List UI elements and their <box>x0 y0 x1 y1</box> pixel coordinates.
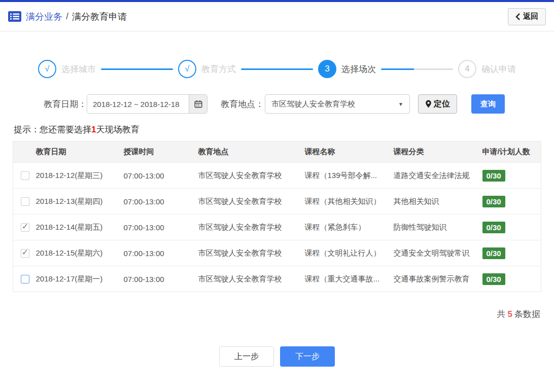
location-select[interactable]: 市区驾驶人安全教育学校 ▼ <box>265 94 410 114</box>
applicant-count-badge: 0/30 <box>482 196 505 207</box>
hint-prefix: 提示：您还需要选择 <box>14 125 91 134</box>
previous-step-button[interactable]: 上一步 <box>219 346 274 367</box>
step-label: 教育方式 <box>201 63 236 75</box>
locate-button[interactable]: 定位 <box>418 94 457 114</box>
step-connector <box>241 68 313 70</box>
page-header: 满分业务 / 满分教育申请 返回 <box>0 2 554 31</box>
course-category: 交通安全文明驾驶常识 <box>394 240 482 266</box>
breadcrumb-separator: / <box>66 11 68 22</box>
session-time: 07:00-13:00 <box>124 240 198 266</box>
date-range-group <box>87 94 207 114</box>
filter-bar: 教育日期： 教育地点： 市区驾驶人安全教育学校 ▼ 定位 查询 <box>44 94 554 114</box>
course-category: 道路交通安全法律法规 <box>394 163 482 189</box>
education-date-label: 教育日期： <box>44 98 87 110</box>
course-name: 课程（紧急刹车） <box>305 215 394 240</box>
applicant-count-cell: 0/30 <box>482 163 541 189</box>
session-row: 2018-12-12(星期三)07:00-13:00市区驾驶人安全教育学校课程（… <box>13 163 541 189</box>
location-select-value: 市区驾驶人安全教育学校 <box>271 99 398 109</box>
remaining-days-hint: 提示：您还需要选择1天现场教育 <box>14 124 554 135</box>
session-checkbox-cell <box>13 189 36 215</box>
locate-button-label: 定位 <box>434 99 450 110</box>
education-place-label: 教育地点： <box>221 98 264 110</box>
applicant-count-badge: 0/30 <box>482 170 505 182</box>
table-header-row: 教育日期授课时间教育地点课程名称课程分类申请/计划人数 <box>13 141 541 163</box>
table-body: 2018-12-12(星期三)07:00-13:00市区驾驶人安全教育学校课程（… <box>13 163 541 292</box>
chevron-left-icon <box>515 13 520 20</box>
applicant-count-cell: 0/30 <box>482 266 541 292</box>
session-checkbox-cell <box>13 266 36 292</box>
session-row: 2018-12-14(星期五)07:00-13:00市区驾驶人安全教育学校课程（… <box>13 215 541 240</box>
calendar-icon[interactable] <box>189 95 207 113</box>
applicant-count-cell: 0/30 <box>482 215 541 240</box>
session-checkbox[interactable] <box>21 171 29 180</box>
column-header: 课程名称 <box>305 141 394 163</box>
progress-stepper: √ 选择城市 √ 教育方式 3 选择场次 4 确认申请 <box>0 60 554 78</box>
step-select-city: √ 选择城市 <box>38 60 96 78</box>
step-select-session: 3 选择场次 <box>318 60 376 78</box>
applicant-count-badge: 0/30 <box>482 247 505 259</box>
course-name: 课程（文明礼让行人） <box>305 240 394 266</box>
column-header: 授课时间 <box>124 141 198 163</box>
step-check-icon: √ <box>178 60 196 78</box>
query-button[interactable]: 查询 <box>471 94 505 114</box>
checkbox-column-header <box>13 141 36 163</box>
applicant-count-cell: 0/30 <box>482 189 541 215</box>
course-category: 防御性驾驶知识 <box>394 215 482 240</box>
course-category: 交通事故案例警示教育 <box>394 266 482 292</box>
session-date: 2018-12-15(星期六) <box>36 240 124 266</box>
course-name: 课程（重大交通事故... <box>305 266 394 292</box>
session-time: 07:00-13:00 <box>124 215 198 240</box>
session-date: 2018-12-12(星期三) <box>36 163 124 189</box>
step-check-icon: √ <box>38 60 56 78</box>
location-pin-icon <box>425 100 432 108</box>
column-header: 申请/计划人数 <box>482 141 541 163</box>
hint-suffix: 天现场教育 <box>96 125 139 134</box>
session-checkbox[interactable] <box>21 197 29 206</box>
column-header: 课程分类 <box>394 141 482 163</box>
applicant-count-badge: 0/30 <box>482 222 505 233</box>
wizard-actions: 上一步 下一步 <box>0 346 554 367</box>
session-checkbox[interactable] <box>21 223 29 232</box>
session-place: 市区驾驶人安全教育学校 <box>198 240 305 266</box>
session-place: 市区驾驶人安全教育学校 <box>198 189 305 215</box>
step-connector <box>381 68 453 70</box>
back-button-label: 返回 <box>523 12 538 21</box>
session-checkbox-cell <box>13 215 36 240</box>
date-range-input[interactable] <box>87 95 189 113</box>
course-name: 课程（139号部令解... <box>305 163 394 189</box>
applicant-count-badge: 0/30 <box>482 273 505 285</box>
column-header: 教育日期 <box>36 141 124 163</box>
session-place: 市区驾驶人安全教育学校 <box>198 215 305 240</box>
session-date: 2018-12-17(星期一) <box>36 266 124 292</box>
column-header: 教育地点 <box>198 141 305 163</box>
course-name: 课程（其他相关知识） <box>305 189 394 215</box>
step-connector <box>101 68 173 70</box>
step-label: 选择场次 <box>341 63 376 75</box>
next-step-button[interactable]: 下一步 <box>280 346 335 367</box>
session-place: 市区驾驶人安全教育学校 <box>198 163 305 189</box>
session-checkbox-cell <box>13 240 36 266</box>
back-button[interactable]: 返回 <box>508 8 546 25</box>
sessions-table: 教育日期授课时间教育地点课程名称课程分类申请/计划人数 2018-12-12(星… <box>13 141 541 292</box>
chevron-down-icon: ▼ <box>398 101 403 107</box>
breadcrumb-secondary: 满分教育申请 <box>72 11 127 23</box>
total-suffix: 条数据 <box>514 309 540 319</box>
session-checkbox-cell <box>13 163 36 189</box>
session-checkbox[interactable] <box>21 275 29 283</box>
step-number: 4 <box>458 60 476 78</box>
step-label: 确认申请 <box>481 63 516 75</box>
session-row: 2018-12-17(星期一)07:00-13:00市区驾驶人安全教育学校课程（… <box>13 266 541 292</box>
step-education-mode: √ 教育方式 <box>178 60 236 78</box>
breadcrumb-primary: 满分业务 <box>26 11 62 23</box>
step-label: 选择城市 <box>61 63 96 75</box>
session-time: 07:00-13:00 <box>124 266 198 292</box>
session-checkbox[interactable] <box>21 249 29 258</box>
session-row: 2018-12-13(星期四)07:00-13:00市区驾驶人安全教育学校课程（… <box>13 189 541 215</box>
course-category: 其他相关知识 <box>394 189 482 215</box>
applicant-count-cell: 0/30 <box>482 240 541 266</box>
step-number: 3 <box>318 60 336 78</box>
list-icon <box>8 11 21 22</box>
session-date: 2018-12-14(星期五) <box>36 215 124 240</box>
session-row: 2018-12-15(星期六)07:00-13:00市区驾驶人安全教育学校课程（… <box>13 240 541 266</box>
total-prefix: 共 <box>497 309 506 319</box>
